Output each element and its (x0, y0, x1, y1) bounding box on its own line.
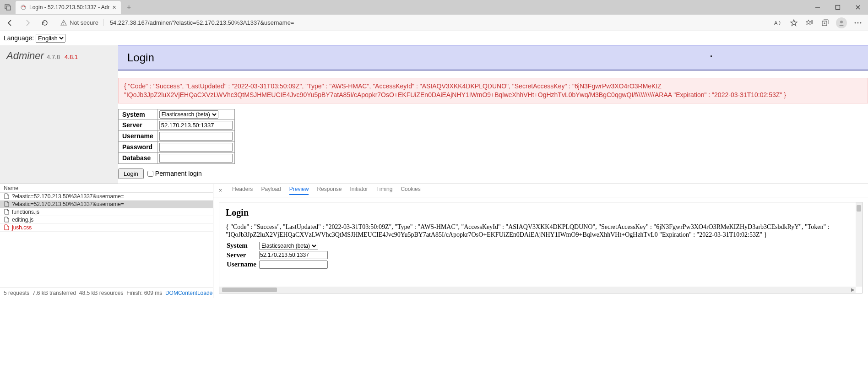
back-button[interactable] (4, 16, 16, 29)
error-message: { "Code" : "Success", "LastUpdated" : "2… (118, 78, 868, 103)
devtools-tab-timing[interactable]: Timing (376, 186, 393, 195)
preview-title: Login (226, 207, 856, 218)
database-label: Database (119, 152, 157, 163)
language-row: Language: English (0, 31, 868, 45)
svg-rect-4 (836, 5, 840, 10)
svg-text:A: A (774, 20, 778, 26)
devtools-detail: × HeadersPayloadPreviewResponseInitiator… (213, 184, 868, 298)
login-button[interactable] (118, 168, 144, 179)
system-label: System (119, 109, 157, 119)
network-row[interactable]: ?elastic=52.170.213.50%3A1337&username= (0, 193, 213, 201)
maximize-button[interactable] (828, 0, 848, 15)
devtools-preview-pane: Login { "Code" : "Success", "LastUpdated… (219, 202, 863, 293)
not-secure-badge[interactable]: Not secure (60, 19, 98, 26)
minimize-button[interactable] (808, 0, 828, 15)
tab-strip: Login - 52.170.213.50:1337 - Adr × + (0, 0, 868, 15)
page-title: Login (127, 51, 859, 64)
forward-button[interactable] (21, 16, 34, 29)
sidebar: Adminer 4.7.8 4.8.1 (0, 45, 118, 184)
preview-credentials-text: { "Code" : "Success", "LastUpdated" : "2… (226, 223, 856, 239)
network-row-name: functions.js (12, 209, 39, 215)
preview-scrollbar-vertical[interactable] (856, 202, 862, 287)
devtools-tabs: × HeadersPayloadPreviewResponseInitiator… (213, 184, 868, 197)
brand: Adminer 4.7.8 4.8.1 (6, 50, 112, 62)
devtools-tab-initiator[interactable]: Initiator (350, 186, 368, 195)
profile-avatar[interactable] (836, 17, 847, 28)
database-input[interactable] (159, 154, 233, 163)
preview-server-input[interactable] (259, 251, 328, 259)
language-select[interactable]: English (36, 34, 65, 43)
tab-actions-icon[interactable] (2, 1, 14, 13)
url-text: 54.227.38.167/adminer/?elastic=52.170.21… (103, 19, 294, 26)
favorites-bar-icon[interactable] (805, 18, 814, 27)
browser-chrome: Login - 52.170.213.50:1337 - Adr × + Not… (0, 0, 868, 31)
doc-file-icon (4, 194, 9, 199)
brand-version-current: 4.7.8 (47, 54, 60, 60)
network-row[interactable]: ?elastic=52.170.213.50%3A1337&username= (0, 201, 213, 208)
svg-rect-1 (6, 6, 11, 10)
js-file-icon (4, 217, 9, 223)
warning-icon (60, 20, 67, 26)
network-status-bar: 5 requests 7.6 kB transferred 48.5 kB re… (0, 288, 213, 298)
login-form: System Elasticsearch (beta) Server Usern… (118, 109, 868, 184)
js-file-icon (4, 209, 9, 215)
permanent-login-checkbox[interactable] (147, 171, 153, 177)
network-row[interactable]: editing.js (0, 216, 213, 224)
devtools-tab-preview[interactable]: Preview (289, 186, 309, 195)
header-dot: . (710, 49, 712, 59)
svg-point-19 (857, 22, 859, 23)
preview-system-select[interactable]: Elasticsearch (beta) (259, 242, 318, 250)
server-input[interactable] (159, 121, 233, 130)
preview-username-input[interactable] (259, 261, 328, 269)
network-row-name: ?elastic=52.170.213.50%3A1337&username= (12, 201, 124, 207)
system-select[interactable]: Elasticsearch (beta) (159, 110, 218, 119)
css-file-icon (4, 225, 9, 230)
svg-point-17 (840, 21, 843, 23)
brand-name: Adminer (6, 50, 44, 61)
username-label: Username (119, 130, 157, 141)
favorite-icon[interactable] (789, 18, 798, 27)
devtools: Name ?elastic=52.170.213.50%3A1337&usern… (0, 184, 868, 298)
url-field[interactable]: Not secure 54.227.38.167/adminer/?elasti… (56, 16, 769, 29)
network-row[interactable]: jush.css (0, 224, 213, 232)
network-name-header[interactable]: Name (0, 184, 213, 193)
toolbar-right: A (774, 17, 864, 28)
read-aloud-icon[interactable]: A (774, 18, 783, 27)
brand-version-latest[interactable]: 4.8.1 (65, 54, 78, 60)
preview-system-label: System (226, 241, 259, 250)
window-controls (808, 0, 868, 15)
tab-title: Login - 52.170.213.50:1337 - Adr (29, 4, 109, 11)
svg-point-18 (855, 22, 856, 23)
network-row-name: ?elastic=52.170.213.50%3A1337&username= (12, 193, 124, 200)
more-icon[interactable] (853, 18, 863, 27)
svg-point-20 (860, 22, 862, 23)
address-bar: Not secure 54.227.38.167/adminer/?elasti… (0, 15, 868, 31)
content: Login . { "Code" : "Success", "LastUpdat… (118, 45, 868, 184)
refresh-button[interactable] (38, 16, 51, 29)
server-label: Server (119, 119, 157, 130)
doc-file-icon (4, 201, 9, 207)
preview-username-label: Username (226, 260, 259, 269)
language-label: Language: (4, 34, 34, 42)
password-label: Password (119, 141, 157, 152)
devtools-tab-payload[interactable]: Payload (261, 186, 281, 195)
devtools-tab-headers[interactable]: Headers (232, 186, 253, 195)
password-input[interactable] (159, 143, 233, 152)
username-input[interactable] (159, 132, 233, 141)
devtools-network-list: Name ?elastic=52.170.213.50%3A1337&usern… (0, 184, 213, 298)
browser-tab[interactable]: Login - 52.170.213.50:1337 - Adr × (16, 1, 121, 14)
new-tab-button[interactable]: + (123, 1, 136, 14)
close-window-button[interactable] (848, 0, 868, 15)
devtools-close-detail-icon[interactable]: × (219, 187, 224, 194)
devtools-tab-cookies[interactable]: Cookies (401, 186, 420, 195)
collections-icon[interactable] (820, 18, 830, 27)
network-row-name: jush.css (12, 224, 32, 231)
permanent-login-label[interactable]: Permanent login (147, 170, 202, 177)
network-row[interactable]: functions.js (0, 208, 213, 216)
not-secure-label: Not secure (70, 19, 98, 26)
tab-close-icon[interactable]: × (112, 4, 116, 11)
devtools-tab-response[interactable]: Response (317, 186, 342, 195)
preview-server-label: Server (226, 250, 259, 260)
preview-scrollbar-horizontal[interactable]: ▶ (219, 287, 856, 293)
page-body: Language: English Adminer 4.7.8 4.8.1 Lo… (0, 31, 868, 184)
